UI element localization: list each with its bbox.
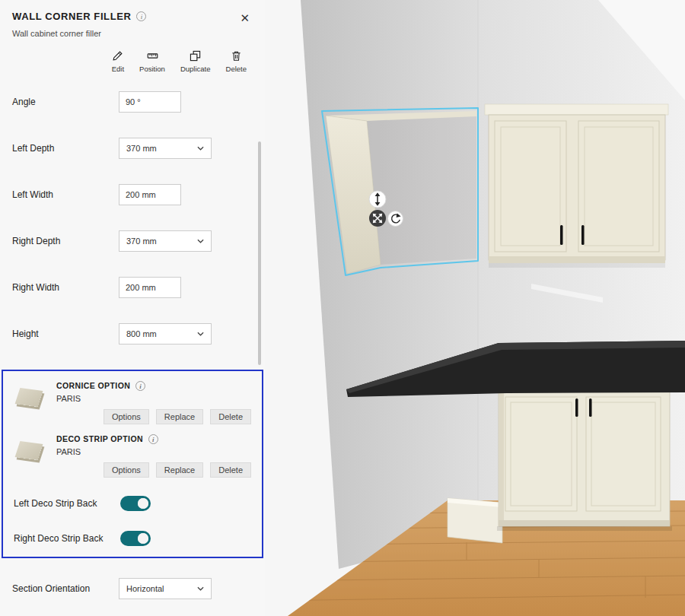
right-deco-strip-back-row: Right Deco Strip Back: [14, 529, 251, 548]
cornice-option-value: PARIS: [56, 394, 251, 403]
left-depth-select[interactable]: 370 mm: [119, 138, 212, 159]
right-depth-select[interactable]: 370 mm: [119, 230, 212, 252]
delete-button[interactable]: Delete: [226, 50, 247, 73]
height-select[interactable]: 800 mm: [119, 323, 212, 345]
deco-strip-option-card: DECO STRIP OPTION i PARIS Options Replac…: [14, 433, 251, 478]
corner-filler-selected[interactable]: [322, 108, 478, 275]
angle-row: Angle: [12, 91, 253, 113]
cabinet-handle: [589, 398, 592, 417]
right-deco-strip-back-toggle[interactable]: [120, 531, 151, 546]
section-orientation-row: Section Orientation Horizontal: [12, 578, 253, 599]
left-depth-label: Left Depth: [12, 143, 119, 154]
right-depth-row: Right Depth 370 mm: [12, 230, 253, 252]
ruler-icon: [147, 50, 158, 62]
right-depth-value: 370 mm: [126, 237, 157, 246]
cornice-thumbnail[interactable]: [14, 383, 49, 415]
duplicate-label: Duplicate: [180, 65, 211, 73]
duplicate-button[interactable]: Duplicate: [180, 50, 211, 73]
right-depth-label: Right Depth: [12, 236, 119, 246]
position-label: Position: [139, 65, 165, 73]
cornice-option-card: CORNICE OPTION i PARIS Options Replace D…: [14, 380, 251, 424]
cornice-delete-button[interactable]: Delete: [210, 409, 251, 424]
cabinet-handle: [575, 398, 578, 417]
section-orientation-select[interactable]: Horizontal: [119, 578, 212, 599]
trash-icon: [231, 50, 242, 62]
left-depth-value: 370 mm: [126, 144, 157, 153]
delete-label: Delete: [226, 65, 247, 73]
panel-header: WALL CORNER FILLER i ✕: [12, 11, 253, 25]
section-orientation-label: Section Orientation: [12, 583, 119, 594]
position-button[interactable]: Position: [139, 50, 165, 73]
left-width-input[interactable]: [119, 184, 181, 205]
left-deco-strip-back-label: Left Deco Strip Back: [14, 498, 120, 509]
deco-strip-thumbnail[interactable]: [14, 437, 49, 468]
left-width-row: Left Width: [12, 184, 253, 205]
angle-input[interactable]: [119, 91, 181, 113]
cornice-thumbnail-shape: [15, 388, 43, 407]
left-depth-row: Left Depth 370 mm: [12, 138, 253, 159]
height-value: 800 mm: [126, 329, 157, 338]
deco-strip-thumbnail-shape: [15, 441, 43, 460]
page-title: WALL CORNER FILLER: [12, 11, 131, 22]
filler-shadow: [367, 116, 476, 265]
edit-label: Edit: [112, 65, 124, 73]
return-wall-plinth: [448, 498, 502, 543]
edit-button[interactable]: Edit: [112, 50, 124, 73]
cornice-option-title: CORNICE OPTION: [56, 381, 130, 390]
rotate-handle[interactable]: [388, 211, 403, 227]
panel-scrollbar[interactable]: [258, 141, 261, 365]
right-deco-strip-back-label: Right Deco Strip Back: [14, 533, 120, 544]
right-width-input[interactable]: [119, 277, 181, 298]
properties-panel: WALL CORNER FILLER i ✕ Wall cabinet corn…: [0, 0, 265, 616]
deco-strip-options-button[interactable]: Options: [104, 462, 149, 478]
angle-label: Angle: [12, 97, 119, 107]
options-group-box: CORNICE OPTION i PARIS Options Replace D…: [2, 370, 263, 558]
move-free-handle[interactable]: [369, 210, 386, 227]
duplicate-icon: [190, 50, 201, 62]
right-width-label: Right Width: [12, 282, 119, 293]
info-icon[interactable]: i: [148, 434, 158, 444]
panel-subtitle: Wall cabinet corner filler: [12, 29, 253, 38]
scene-3d: [265, 0, 685, 616]
cornice-replace-button[interactable]: Replace: [156, 409, 203, 424]
height-label: Height: [12, 329, 119, 339]
right-width-row: Right Width: [12, 277, 253, 298]
section-orientation-value: Horizontal: [126, 584, 164, 593]
deco-strip-delete-button[interactable]: Delete: [210, 462, 251, 478]
left-deco-strip-back-row: Left Deco Strip Back: [14, 494, 251, 513]
object-toolbar: Edit Position Duplicate Delete: [12, 50, 253, 73]
chevron-down-icon: [197, 146, 204, 151]
close-icon[interactable]: ✕: [237, 11, 253, 25]
dimension-form: Angle Left Depth 370 mm Left Width Right…: [12, 91, 253, 345]
wall-cabinet[interactable]: [485, 104, 668, 268]
deco-strip-replace-button[interactable]: Replace: [156, 462, 203, 478]
chevron-down-icon: [197, 586, 204, 591]
deco-strip-option-title: DECO STRIP OPTION: [56, 434, 143, 443]
toggle-knob: [138, 533, 148, 544]
pencil-icon: [112, 50, 123, 62]
info-icon[interactable]: i: [135, 381, 145, 391]
chevron-down-icon: [197, 239, 204, 243]
cornice-options-button[interactable]: Options: [104, 409, 149, 424]
left-deco-strip-back-toggle[interactable]: [120, 496, 151, 511]
base-cabinet[interactable]: [497, 388, 672, 531]
cabinet-handle: [581, 225, 585, 245]
viewport-3d[interactable]: [265, 0, 685, 616]
cabinet-handle: [560, 225, 563, 245]
toggle-knob: [138, 498, 148, 509]
deco-strip-option-value: PARIS: [56, 447, 251, 456]
chevron-down-icon: [197, 332, 204, 336]
info-icon[interactable]: i: [136, 11, 146, 21]
height-row: Height 800 mm: [12, 323, 253, 345]
move-vertical-handle[interactable]: [369, 191, 386, 208]
left-width-label: Left Width: [12, 189, 119, 200]
